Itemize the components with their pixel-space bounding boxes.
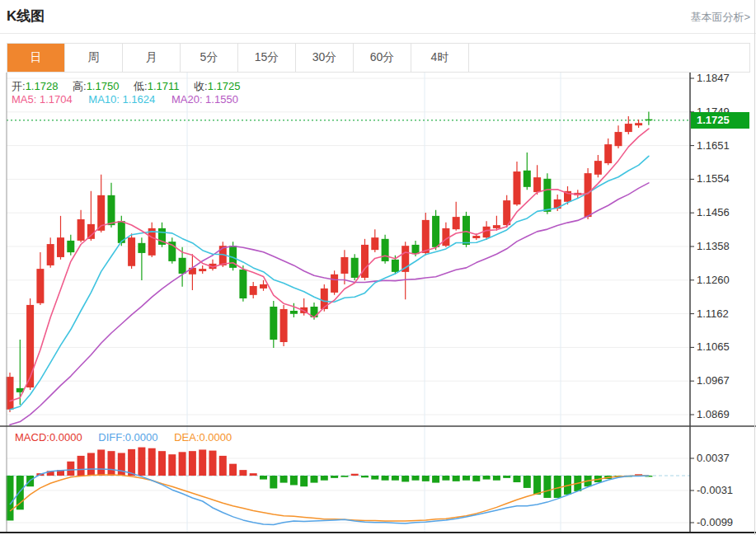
dea-value-legend: DEA:0.0000: [174, 431, 232, 443]
main-y-label: 1.1065: [697, 340, 749, 353]
high-value: 1.1750: [87, 80, 120, 92]
main-y-label: 1.1260: [697, 274, 749, 286]
main-y-label: 1.0869: [697, 408, 749, 420]
main-y-label: 1.1847: [697, 72, 749, 84]
open-label: 开:: [12, 80, 26, 92]
tab-bar-filler: [469, 44, 749, 72]
tab-period-15分[interactable]: 15分: [238, 44, 296, 72]
main-y-label: 1.1358: [697, 240, 749, 252]
ma20-legend: MA20: 1.1550: [171, 93, 238, 106]
high-label: 高:: [73, 80, 87, 92]
page-title: K线图: [7, 7, 45, 26]
main-y-label: 1.1162: [697, 307, 749, 320]
main-y-label: 1.1554: [697, 172, 749, 185]
tab-period-日[interactable]: 日: [7, 44, 65, 72]
open-value: 1.1728: [26, 80, 59, 92]
tab-period-周[interactable]: 周: [65, 44, 123, 72]
page-right-edge: [754, 0, 755, 535]
ma5-legend: MA5: 1.1704: [12, 93, 73, 106]
tab-period-月[interactable]: 月: [123, 44, 181, 72]
macd-y-label: -0.0031: [697, 484, 749, 496]
period-tab-bar: 日周月5分15分30分60分4时: [7, 43, 750, 73]
close-value: 1.1725: [208, 80, 241, 92]
tab-period-5分[interactable]: 5分: [181, 44, 238, 72]
macd-y-label: -0.0099: [697, 516, 749, 528]
tab-period-60分[interactable]: 60分: [354, 44, 411, 72]
ma-legend: MA5: 1.1704 MA10: 1.1624 MA20: 1.1550: [12, 93, 251, 106]
main-y-label: 1.0967: [697, 374, 749, 387]
ohlc-legend: 开:1.1728 高:1.1750 低:1.1711 收:1.1725: [12, 79, 251, 94]
macd-legend: MACD:0.0000 DIFF:0.0000 DEA:0.0000: [15, 431, 245, 443]
ma10-legend: MA10: 1.1624: [88, 93, 155, 106]
low-value: 1.1711: [148, 80, 180, 92]
macd-y-label: 0.0037: [697, 452, 749, 464]
macd-value-legend: MACD:0.0000: [15, 431, 82, 443]
diff-value-legend: DIFF:0.0000: [98, 431, 157, 443]
tab-period-30分[interactable]: 30分: [296, 44, 354, 72]
close-label: 收:: [194, 80, 208, 92]
current-price-tag: 1.1725: [691, 112, 749, 129]
low-label: 低:: [134, 80, 148, 92]
main-y-label: 1.1456: [697, 206, 749, 218]
header-divider: [0, 33, 756, 34]
fundamental-analysis-link[interactable]: 基本面分析>: [690, 10, 750, 25]
main-y-label: 1.1651: [697, 139, 749, 152]
tab-period-4时[interactable]: 4时: [411, 44, 469, 72]
